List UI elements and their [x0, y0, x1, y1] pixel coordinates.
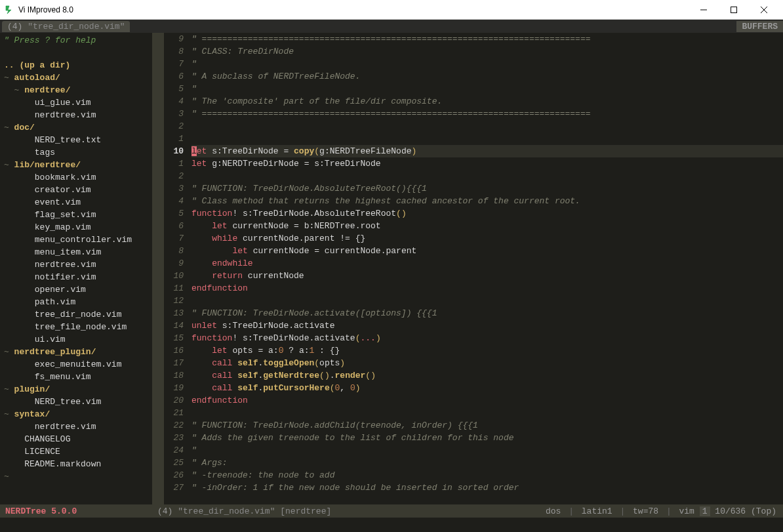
nerdtree-file[interactable]: README.markdown: [0, 458, 152, 470]
nerdtree-file[interactable]: nerdtree.vim: [0, 109, 152, 121]
nerdtree-file[interactable]: tree_file_node.vim: [0, 321, 152, 333]
code-line[interactable]: ": [191, 58, 783, 70]
code-line[interactable]: " Class method that returns the highest …: [191, 195, 783, 207]
code-line[interactable]: let s:TreeDirNode = copy(g:NERDTreeFileN…: [191, 145, 783, 157]
code-line[interactable]: let opts = a:0 ? a:1 : {}: [191, 344, 783, 357]
line-number: 4: [164, 195, 184, 207]
status-line: 10/636: [715, 506, 746, 516]
code-line[interactable]: " -treenode: the node to add: [191, 469, 783, 481]
code-line[interactable]: " FUNCTION: TreeDirNode.activate([option…: [191, 307, 783, 319]
code-line[interactable]: endwhile: [191, 257, 783, 270]
code-line[interactable]: let g:NERDTreeDirNode = s:TreeDirNode: [191, 157, 783, 170]
close-button[interactable]: [749, 1, 779, 19]
line-number: 2: [164, 170, 184, 182]
status-buffer-number: (4): [157, 506, 172, 516]
code-line[interactable]: ": [191, 444, 783, 457]
code-line[interactable]: ": [191, 83, 783, 95]
nerdtree-file[interactable]: menu_controller.vim: [0, 234, 152, 246]
code-line[interactable]: " Args:: [191, 457, 783, 469]
minimize-button[interactable]: [689, 1, 719, 19]
status-bar: NERDTree 5.0.0 (4) "tree_dir_node.vim" […: [0, 504, 783, 518]
code-line[interactable]: [191, 407, 783, 419]
nerdtree-file[interactable]: opener.vim: [0, 283, 152, 296]
code-line[interactable]: endfunction: [191, 282, 783, 295]
svg-rect-1: [731, 7, 737, 12]
nerdtree-file[interactable]: NERD_tree.vim: [0, 396, 152, 408]
line-number: 8: [164, 245, 184, 257]
code-line[interactable]: " CLASS: TreeDirNode: [191, 45, 783, 58]
nerdtree-dir[interactable]: ~ syntax/: [0, 408, 152, 420]
nerdtree-file[interactable]: nerdtree.vim: [0, 258, 152, 271]
code-line[interactable]: while currentNode.parent != {}: [191, 232, 783, 245]
nerdtree-file[interactable]: tree_dir_node.vim: [0, 308, 152, 321]
code-line[interactable]: return currentNode: [191, 270, 783, 282]
code-line[interactable]: endfunction: [191, 394, 783, 407]
line-number: 14: [164, 319, 184, 332]
nerdtree-file[interactable]: CHANGELOG: [0, 433, 152, 445]
code-line[interactable]: let currentNode = currentNode.parent: [191, 245, 783, 257]
code-line[interactable]: " FUNCTION: TreeDirNode.addChild(treenod…: [191, 419, 783, 432]
code-line[interactable]: unlet s:TreeDirNode.activate: [191, 319, 783, 332]
status-right: dos | latin1 | tw=78 | vim 1 10/636 (Top…: [546, 506, 783, 516]
nerdtree-file[interactable]: tags: [0, 146, 152, 159]
nerdtree-file[interactable]: nerdtree.vim: [0, 420, 152, 433]
nerdtree-file[interactable]: key_map.vim: [0, 221, 152, 234]
nerdtree-file[interactable]: menu_item.vim: [0, 246, 152, 258]
code-line[interactable]: [191, 295, 783, 307]
code-line[interactable]: call self.toggleOpen(opts): [191, 357, 783, 369]
command-line[interactable]: [0, 518, 783, 532]
line-number: 11: [164, 282, 184, 295]
nerdtree-file[interactable]: bookmark.vim: [0, 171, 152, 184]
nerdtree-file[interactable]: ui_glue.vim: [0, 96, 152, 109]
line-number: 18: [164, 369, 184, 382]
code-line[interactable]: function! s:TreeDirNode.activate(...): [191, 332, 783, 344]
code-line[interactable]: " The 'composite' part of the file/dir c…: [191, 95, 783, 108]
nerdtree-file[interactable]: fs_menu.vim: [0, 371, 152, 383]
code-line[interactable]: " FUNCTION: TreeDirNode.AbsoluteTreeRoot…: [191, 182, 783, 195]
nerdtree-dir[interactable]: ~ nerdtree_plugin/: [0, 346, 152, 358]
nerdtree-up-a-dir[interactable]: .. (up a dir): [0, 59, 152, 72]
code-line[interactable]: " A subclass of NERDTreeFileNode.: [191, 70, 783, 83]
vertical-split-divider[interactable]: [152, 33, 157, 504]
code-line[interactable]: let currentNode = b:NERDTree.root: [191, 220, 783, 232]
nerdtree-file[interactable]: ui.vim: [0, 333, 152, 346]
maximize-button[interactable]: [719, 1, 749, 19]
nerdtree-dir[interactable]: ~ autoload/: [0, 72, 152, 84]
nerdtree-dir[interactable]: ~ nerdtree/: [0, 84, 152, 96]
code-line[interactable]: " Adds the given treenode to the list of…: [191, 432, 783, 444]
status-fileformat: dos: [546, 506, 561, 516]
nerdtree-sidebar[interactable]: " Press ? for help .. (up a dir)~ autolo…: [0, 33, 152, 504]
nerdtree-file[interactable]: creator.vim: [0, 184, 152, 196]
nerdtree-dir[interactable]: ~ doc/: [0, 121, 152, 134]
nerdtree-file[interactable]: notifier.vim: [0, 271, 152, 283]
code-line[interactable]: [191, 170, 783, 182]
line-number: 9: [164, 33, 184, 45]
tab-filename: "tree_dir_node.vim": [28, 22, 125, 31]
buffer-tab[interactable]: (4) "tree_dir_node.vim": [2, 21, 130, 32]
code-line[interactable]: [191, 133, 783, 145]
code-line[interactable]: call self.getNerdtree().render(): [191, 369, 783, 382]
nerdtree-dir[interactable]: ~ lib/nerdtree/: [0, 159, 152, 171]
nerdtree-file[interactable]: LICENCE: [0, 445, 152, 458]
line-number: 6: [164, 70, 184, 83]
nerdtree-dir[interactable]: ~ plugin/: [0, 383, 152, 396]
nerdtree-file[interactable]: NERD_tree.txt: [0, 134, 152, 146]
code-line[interactable]: function! s:TreeDirNode.AbsoluteTreeRoot…: [191, 207, 783, 220]
code-editor[interactable]: 9876543211012345678910111213141516171819…: [164, 33, 783, 504]
nerdtree-file[interactable]: event.vim: [0, 196, 152, 209]
status-file-info: (4) "tree_dir_node.vim" [nerdtree]: [157, 506, 331, 516]
status-filename: "tree_dir_node.vim": [178, 506, 275, 516]
code-line[interactable]: call self.putCursorHere(0, 0): [191, 382, 783, 394]
buffers-label[interactable]: BUFFERS: [736, 21, 783, 32]
code-line[interactable]: [191, 120, 783, 133]
line-number: 4: [164, 95, 184, 108]
line-number: 7: [164, 232, 184, 245]
code-line[interactable]: " ======================================…: [191, 33, 783, 45]
nerdtree-file[interactable]: path.vim: [0, 296, 152, 308]
code-line[interactable]: " ======================================…: [191, 108, 783, 120]
code-line[interactable]: " -inOrder: 1 if the new node should be …: [191, 481, 783, 494]
status-column: 1: [700, 506, 710, 516]
nerdtree-file[interactable]: flag_set.vim: [0, 209, 152, 221]
code-area[interactable]: " ======================================…: [189, 33, 783, 504]
nerdtree-file[interactable]: exec_menuitem.vim: [0, 358, 152, 371]
